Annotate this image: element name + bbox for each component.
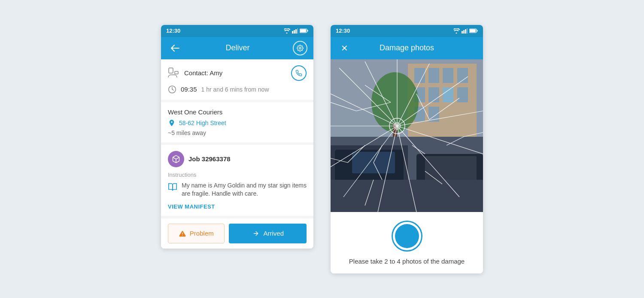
- back-button[interactable]: [167, 40, 182, 56]
- svg-rect-39: [425, 156, 477, 182]
- arrow-right-icon: [252, 230, 260, 237]
- book-open-icon: [168, 182, 177, 192]
- svg-rect-19: [470, 29, 476, 32]
- app-bar-damage: ✕ Damage photos: [331, 37, 483, 59]
- settings-button[interactable]: [293, 41, 307, 55]
- contact-left: Contact: Amy: [168, 67, 222, 79]
- damage-title: Damage photos: [352, 43, 462, 52]
- status-icons-1: [283, 28, 308, 34]
- company-name: West One Couriers: [168, 108, 307, 116]
- time-value: 09:35: [181, 86, 197, 93]
- svg-rect-15: [465, 29, 466, 34]
- svg-rect-3: [297, 28, 298, 34]
- svg-rect-18: [477, 30, 478, 32]
- camera-btn-inner: [395, 224, 419, 248]
- svg-rect-25: [443, 68, 453, 83]
- svg-rect-16: [467, 28, 468, 34]
- arrived-button[interactable]: Arrived: [229, 224, 307, 243]
- damage-photo: [331, 59, 483, 212]
- status-icons-2: [453, 28, 478, 34]
- instructions-label: Instructions: [168, 172, 307, 178]
- status-bar-2: 12:30: [331, 25, 483, 37]
- arrived-button-label: Arrived: [264, 230, 284, 237]
- svg-rect-6: [300, 29, 306, 32]
- book-icon: [168, 182, 177, 198]
- camera-capture-button[interactable]: [392, 221, 422, 252]
- svg-rect-29: [443, 87, 453, 102]
- svg-rect-26: [457, 68, 468, 83]
- status-time-2: 12:30: [336, 28, 350, 34]
- phone-icon: [295, 70, 302, 77]
- status-bar-1: 12:30: [161, 25, 313, 37]
- camera-instruction: Please take 2 to 4 photos of the damage: [349, 258, 465, 265]
- svg-rect-8: [175, 71, 178, 74]
- call-button[interactable]: [291, 65, 307, 81]
- svg-rect-5: [307, 30, 308, 32]
- location-icon: [168, 119, 176, 127]
- time-row: 09:35 1 hr and 6 mins from now: [168, 85, 307, 94]
- address-link[interactable]: 58-62 High Street: [179, 120, 226, 126]
- wifi-icon-2: [453, 28, 460, 34]
- contact-name: Contact: Amy: [184, 69, 222, 77]
- svg-rect-0: [292, 31, 293, 34]
- svg-rect-14: [463, 30, 465, 34]
- distance-text: ~5 miles away: [168, 129, 307, 136]
- battery-icon: [300, 28, 308, 33]
- wifi-icon: [283, 28, 290, 34]
- job-number: Job 32963378: [188, 155, 231, 163]
- svg-rect-7: [169, 68, 173, 73]
- signal-icon-2: [462, 28, 468, 34]
- job-card: Job 32963378 Instructions My name is Amy…: [161, 145, 313, 216]
- time-description: 1 hr and 6 mins from now: [201, 86, 269, 93]
- svg-rect-13: [462, 31, 463, 34]
- app-bar-deliver: Deliver: [161, 37, 313, 59]
- battery-icon-2: [469, 28, 478, 33]
- view-manifest-button[interactable]: VIEW MANIFEST: [168, 203, 307, 210]
- signal-icon: [292, 28, 298, 34]
- cracked-glass-image: [331, 59, 483, 212]
- address-card: West One Couriers 58-62 High Street ~5 m…: [161, 102, 313, 142]
- instructions-row: My name is Amy Goldin and my star sign i…: [168, 181, 307, 198]
- svg-rect-40: [331, 180, 483, 212]
- contact-card: Contact: Amy 09:35 1 hr and 6: [161, 59, 313, 100]
- svg-rect-1: [294, 30, 295, 34]
- contact-person-icon: [168, 67, 180, 79]
- contact-row: Contact: Amy: [168, 65, 307, 81]
- camera-section: Please take 2 to 4 photos of the damage: [331, 212, 483, 273]
- svg-rect-2: [295, 29, 297, 34]
- svg-rect-24: [428, 68, 439, 83]
- job-avatar: [168, 151, 184, 167]
- svg-rect-30: [457, 87, 468, 102]
- settings-icon: [297, 45, 304, 52]
- back-arrow-icon: [170, 44, 179, 52]
- package-icon: [172, 155, 180, 163]
- problem-button[interactable]: Problem: [168, 224, 225, 243]
- status-time-1: 12:30: [166, 28, 180, 34]
- deliver-title: Deliver: [182, 43, 293, 52]
- close-button[interactable]: ✕: [337, 40, 352, 56]
- warning-icon: [179, 230, 186, 237]
- bottom-bar: Problem Arrived: [161, 218, 313, 249]
- address-row: 58-62 High Street: [168, 119, 307, 127]
- clock-icon: [168, 85, 176, 94]
- job-row: Job 32963378: [168, 151, 307, 167]
- deliver-content: Contact: Amy 09:35 1 hr and 6: [161, 59, 313, 249]
- damage-photos-screen: 12:30 ✕ Damage photos: [331, 25, 483, 273]
- problem-button-label: Problem: [190, 230, 214, 237]
- instructions-text: My name is Amy Goldin and my star sign i…: [182, 181, 307, 198]
- deliver-screen: 12:30: [161, 25, 313, 249]
